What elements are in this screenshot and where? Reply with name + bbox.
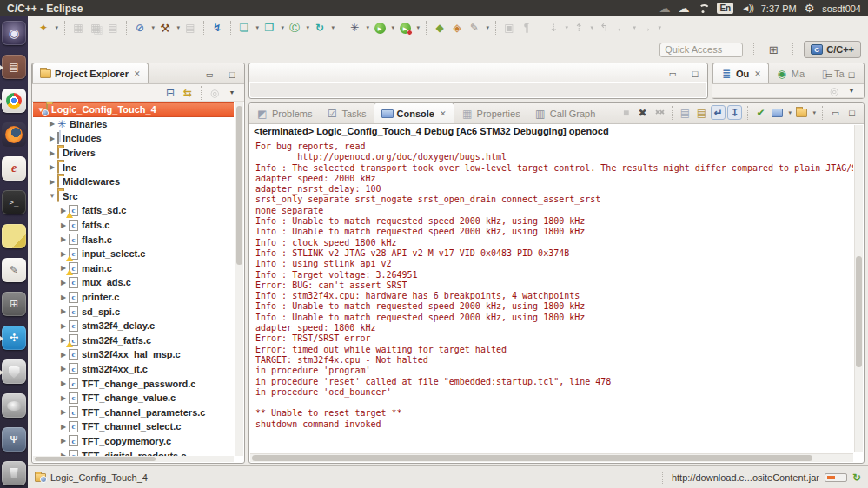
chevron-down-icon[interactable]: ▾ bbox=[255, 24, 259, 31]
expand-arrow-icon[interactable]: ▶ bbox=[48, 135, 56, 142]
expand-arrow-icon[interactable]: ▶ bbox=[48, 178, 56, 186]
pin-console-icon[interactable] bbox=[753, 105, 768, 120]
new-folder-icon[interactable]: ▾ bbox=[262, 20, 277, 36]
expand-arrow-icon[interactable]: ▶ bbox=[48, 163, 56, 171]
tab-ma[interactable]: Ma bbox=[769, 63, 812, 83]
tree-item-input_select.c[interactable]: ▶cinput_select.c bbox=[33, 247, 234, 261]
scrollbar-thumb[interactable] bbox=[856, 256, 862, 367]
tree-item-stm32f4xx_hal_msp.c[interactable]: ▶cstm32f4xx_hal_msp.c bbox=[33, 347, 234, 362]
expand-arrow-icon[interactable]: ▶ bbox=[59, 379, 68, 387]
tree-item-stm32f4_delay.c[interactable]: ▶cstm32f4_delay.c bbox=[33, 319, 234, 333]
chrome-icon[interactable] bbox=[2, 89, 26, 113]
cpp-perspective-button[interactable]: C C/C++ bbox=[804, 41, 861, 58]
maximize-icon[interactable] bbox=[845, 105, 859, 120]
tab-problems[interactable]: Problems bbox=[249, 103, 319, 123]
project-tree-scrollbar[interactable] bbox=[235, 102, 243, 456]
clock[interactable]: 7:37 PM bbox=[761, 3, 797, 14]
console-output[interactable]: For bug reports, read http://openocd.org… bbox=[250, 140, 853, 452]
tree-item-middlewares[interactable]: ▶Middlewares bbox=[33, 175, 234, 189]
tree-item-drivers[interactable]: ▶Drivers bbox=[33, 146, 234, 161]
expand-arrow-icon[interactable]: ▶ bbox=[48, 149, 56, 157]
tree-item-tft_copymemory.c[interactable]: ▶cTFT_copymemory.c bbox=[33, 434, 234, 449]
tab-console[interactable]: Console✕ bbox=[374, 102, 454, 123]
expand-arrow-icon[interactable]: ▶ bbox=[59, 322, 68, 330]
refresh-icon[interactable]: ▾ bbox=[312, 20, 328, 36]
scroll-lock-icon[interactable] bbox=[694, 105, 709, 120]
debug-icon[interactable]: ▾ bbox=[397, 20, 413, 36]
tree-item-tft_channel_select.c[interactable]: ▶cTFT_channel_select.c bbox=[33, 419, 234, 434]
background-jobs-icon[interactable]: ↻ bbox=[852, 472, 861, 484]
remove-launch-icon[interactable] bbox=[635, 105, 650, 120]
chevron-down-icon[interactable]: ▾ bbox=[633, 24, 636, 31]
cloud-icon[interactable]: ☁ bbox=[678, 3, 689, 14]
docviewer-icon[interactable]: e bbox=[2, 156, 26, 181]
new-wizard-icon[interactable]: ▾ bbox=[36, 20, 51, 36]
minimize-icon[interactable] bbox=[665, 66, 680, 82]
maximize-icon[interactable] bbox=[844, 67, 859, 82]
expand-arrow-icon[interactable]: ▶ bbox=[59, 221, 68, 229]
expand-arrow-icon[interactable]: ▶ bbox=[59, 307, 68, 315]
expand-arrow-icon[interactable]: ▶ bbox=[48, 120, 56, 128]
session-gear-icon[interactable]: ⚙ bbox=[805, 2, 815, 15]
chevron-down-icon[interactable]: ▾ bbox=[788, 109, 792, 116]
expand-arrow-icon[interactable]: ▶ bbox=[59, 394, 68, 402]
chevron-down-icon[interactable]: ▾ bbox=[590, 24, 593, 31]
view-menu-icon[interactable] bbox=[224, 85, 240, 101]
chevron-down-icon[interactable]: ▾ bbox=[416, 24, 420, 31]
chevron-down-icon[interactable]: ▾ bbox=[565, 24, 568, 31]
expand-arrow-icon[interactable]: ▶ bbox=[59, 437, 68, 445]
scroll-output-icon[interactable] bbox=[727, 105, 742, 120]
tree-item-stm32f4xx_it.c[interactable]: ▶cstm32f4xx_it.c bbox=[33, 362, 234, 377]
expand-arrow-icon[interactable]: ▶ bbox=[59, 279, 68, 287]
debug-hw-icon[interactable]: ▾ bbox=[132, 20, 148, 36]
expand-arrow-icon[interactable]: ▶ bbox=[59, 293, 68, 301]
tree-item-flash.c[interactable]: ▶cflash.c bbox=[33, 232, 234, 247]
chevron-down-icon[interactable]: ▾ bbox=[812, 109, 816, 116]
minimize-icon[interactable] bbox=[828, 105, 843, 120]
tree-item-sd_spi.c[interactable]: ▶csd_spi.c bbox=[33, 304, 234, 319]
collapse-arrow-icon[interactable]: ▼ bbox=[48, 192, 56, 200]
tree-item-main.c[interactable]: ▶cmain.c bbox=[33, 261, 234, 276]
tree-item-tft_change_password.c[interactable]: ▶cTFT_change_password.c bbox=[33, 376, 234, 391]
usb-icon[interactable]: Ψ bbox=[2, 427, 26, 452]
mark-occurrences-icon[interactable]: ▾ bbox=[467, 20, 482, 36]
upload-cloud-icon[interactable]: ☁ bbox=[659, 3, 670, 14]
scrollbar-thumb[interactable] bbox=[252, 455, 812, 461]
firefox-icon[interactable] bbox=[2, 122, 26, 147]
chevron-down-icon[interactable]: ▾ bbox=[331, 24, 335, 31]
terminal-icon[interactable]: >_ bbox=[2, 190, 26, 214]
close-icon[interactable]: ✕ bbox=[134, 69, 141, 78]
coverage-icon[interactable] bbox=[432, 20, 447, 36]
tree-item-fatfs_sd.c[interactable]: ▶cfatfs_sd.c bbox=[33, 203, 234, 218]
chevron-down-icon[interactable]: ▾ bbox=[176, 24, 180, 31]
word-wrap-icon[interactable] bbox=[711, 105, 726, 120]
tree-item-binaries[interactable]: ▶✳Binaries bbox=[33, 117, 234, 132]
new-class-icon[interactable]: ▾ bbox=[287, 20, 302, 36]
tree-item-logic_config_touch_4[interactable]: ▼Logic_Config_Touch_4 bbox=[33, 102, 234, 117]
tree-item-src[interactable]: ▼Src bbox=[33, 189, 234, 204]
volume-icon[interactable]: ◄)) bbox=[741, 3, 753, 13]
tree-item-fatfs.c[interactable]: ▶cfatfs.c bbox=[33, 218, 234, 233]
chevron-down-icon[interactable]: ▾ bbox=[281, 24, 284, 31]
texteditor-icon[interactable]: ✎ bbox=[2, 258, 26, 282]
trash-icon[interactable] bbox=[2, 461, 26, 485]
open-task-icon[interactable] bbox=[449, 20, 465, 36]
profile-icon[interactable]: ▾ bbox=[347, 20, 362, 36]
scrollbar-thumb[interactable] bbox=[35, 457, 156, 461]
calculator-icon[interactable]: ⊞ bbox=[2, 292, 26, 316]
close-icon[interactable]: ✕ bbox=[754, 69, 761, 78]
chevron-down-icon[interactable]: ▾ bbox=[658, 24, 661, 31]
chevron-down-icon[interactable]: ▾ bbox=[391, 24, 394, 31]
expand-arrow-icon[interactable]: ▶ bbox=[59, 351, 68, 359]
new-file-icon[interactable]: ▾ bbox=[236, 20, 252, 36]
tab-project-explorer[interactable]: Project Explorer ✕ bbox=[32, 63, 149, 83]
build-icon[interactable]: ▾ bbox=[157, 20, 173, 36]
minimize-icon[interactable] bbox=[202, 67, 217, 82]
wifi-icon[interactable] bbox=[697, 4, 709, 13]
expand-arrow-icon[interactable]: ▶ bbox=[59, 235, 68, 243]
stm32-workbench-icon[interactable]: ✣ bbox=[2, 326, 26, 350]
maximize-icon[interactable] bbox=[224, 67, 240, 82]
tree-item-tft_digital_readouts.c[interactable]: ▶cTFT_digital_readouts.c bbox=[33, 448, 234, 456]
files-icon[interactable]: ▤ bbox=[2, 55, 26, 79]
chevron-down-icon[interactable]: ▾ bbox=[55, 24, 58, 31]
